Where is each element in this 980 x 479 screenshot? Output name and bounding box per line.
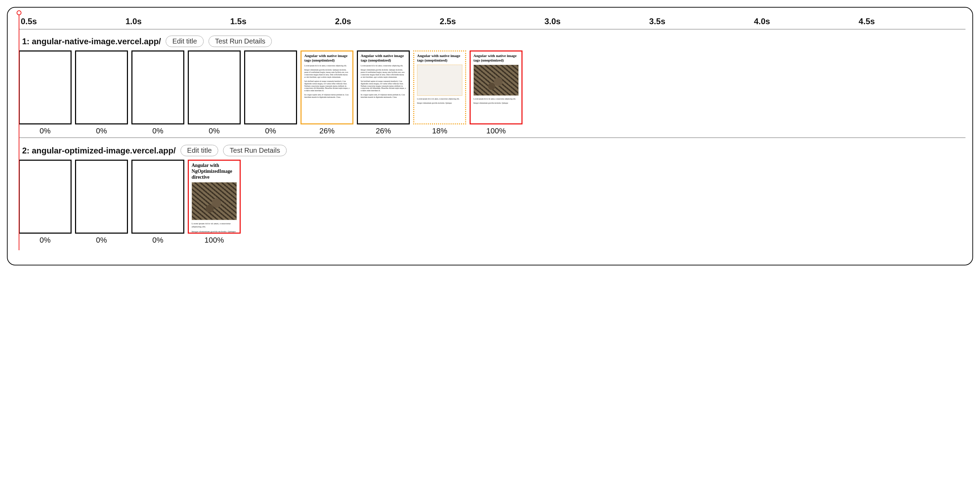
thumb-text: Integer elementum gravida molestie. Quis… — [361, 69, 406, 78]
frame-cell: Angular with native image tags (unoptimi… — [469, 51, 522, 135]
visual-complete-pct: 0% — [153, 236, 164, 245]
filmstrip-frame[interactable] — [188, 51, 241, 124]
run-header: 2: angular-optimized-image.vercel.app/ E… — [19, 144, 966, 160]
thumb-text: Lorem ipsum dolor sit amet, consectetur … — [417, 98, 462, 100]
frame-cell: 0% — [19, 160, 72, 245]
filmstrip-frame[interactable]: Angular with NgOptimizedImage directive … — [188, 160, 241, 234]
timeline-tick: 4.0s — [754, 17, 859, 26]
filmstrip-frame[interactable] — [75, 51, 128, 124]
thumb-title: Angular with native image tags (unoptimi… — [473, 54, 519, 63]
visual-complete-pct: 18% — [432, 127, 447, 135]
filmstrip-frame[interactable] — [131, 160, 184, 234]
frame-cell: 0% — [244, 51, 297, 135]
thumb-text: Lorem ipsum dolor sit amet, consectetur … — [192, 222, 237, 228]
thumb-title: Angular with native image tags (unoptimi… — [361, 54, 406, 63]
timeline-tick: 0.5s — [21, 17, 126, 26]
frame-cell: Angular with NgOptimizedImage directive … — [188, 160, 241, 245]
edit-title-button[interactable]: Edit title — [165, 36, 203, 47]
visual-complete-pct: 100% — [204, 236, 224, 245]
visual-complete-pct: 0% — [40, 236, 51, 245]
frame-cell: 0% — [75, 51, 128, 135]
run-title: 2: angular-optimized-image.vercel.app/ — [22, 146, 176, 155]
thumb-text: Lorem ipsum dolor sit amet, consectetur … — [304, 65, 350, 67]
filmstrip-panel: 0.5s 1.0s 1.5s 2.0s 2.5s 3.0s 3.5s 4.0s … — [7, 7, 973, 265]
thumb-title: Angular with NgOptimizedImage directive — [192, 163, 237, 180]
playhead-line — [19, 14, 19, 250]
thumb-text: Sed eleifend sapien sit neque venenatis … — [304, 80, 350, 92]
test-run-1: 1: angular-native-image.vercel.app/ Edit… — [19, 35, 966, 138]
thumb-text: Lorem ipsum dolor sit amet, consectetur … — [473, 98, 519, 100]
thumb-title: Angular with native image tags (unoptimi… — [417, 54, 462, 63]
timeline-container: 0.5s 1.0s 1.5s 2.0s 2.5s 3.0s 3.5s 4.0s … — [14, 12, 966, 245]
filmstrip-frame[interactable] — [19, 160, 72, 234]
frame-cell: 0% — [131, 160, 184, 245]
run-divider — [19, 138, 966, 138]
visual-complete-pct: 26% — [375, 127, 391, 135]
playhead-marker[interactable] — [17, 10, 21, 15]
filmstrip-frame[interactable] — [75, 160, 128, 234]
frame-cell: Angular with native image tags (unoptimi… — [301, 51, 353, 135]
thumb-text: Lorem ipsum dolor sit amet, consectetur … — [361, 65, 406, 67]
frame-cell: Angular with native image tags (unoptimi… — [357, 51, 410, 135]
frame-cell: 0% — [75, 160, 128, 245]
timeline-tick: 4.5s — [859, 17, 963, 26]
filmstrip-frame[interactable] — [244, 51, 297, 124]
timeline-tick: 1.5s — [230, 17, 335, 26]
run-title: 1: angular-native-image.vercel.app/ — [22, 36, 161, 46]
frame-cell: 0% — [131, 51, 184, 135]
visual-complete-pct: 0% — [96, 127, 107, 135]
visual-complete-pct: 0% — [265, 127, 276, 135]
frame-cell: 0% — [19, 51, 72, 135]
filmstrip-row: 0% 0% 0% 0% 0% Angular with native image… — [19, 51, 966, 135]
timeline-tick: 3.0s — [544, 17, 649, 26]
timeline-ruler: 0.5s 1.0s 1.5s 2.0s 2.5s 3.0s 3.5s 4.0s … — [19, 12, 966, 29]
thumb-title: Angular with native image tags (unoptimi… — [304, 54, 350, 63]
visual-complete-pct: 0% — [153, 127, 164, 135]
filmstrip-frame[interactable]: Angular with native image tags (unoptimi… — [301, 51, 353, 124]
filmstrip-frame[interactable] — [19, 51, 72, 124]
thumb-image — [473, 65, 519, 96]
frame-cell: 0% — [188, 51, 241, 135]
filmstrip-frame[interactable] — [131, 51, 184, 124]
visual-complete-pct: 100% — [486, 127, 506, 135]
thumb-text: Integer elementum gravida molestie. Quis… — [304, 69, 350, 78]
filmstrip-row: 0% 0% 0% Angular with NgOptimizedImage d… — [19, 160, 966, 245]
visual-complete-pct: 0% — [96, 236, 107, 245]
thumb-text: Integer elementum gravida molestie. Quis… — [473, 102, 519, 105]
run-header: 1: angular-native-image.vercel.app/ Edit… — [19, 35, 966, 51]
timeline-tick: 1.0s — [126, 17, 230, 26]
frame-cell: Angular with native image tags (unoptimi… — [413, 51, 466, 135]
filmstrip-frame[interactable]: Angular with native image tags (unoptimi… — [469, 51, 522, 124]
timeline-tick: 2.0s — [335, 17, 440, 26]
thumb-text: Sed eleifend sapien sit neque venenatis … — [361, 80, 406, 92]
test-run-2: 2: angular-optimized-image.vercel.app/ E… — [19, 144, 966, 245]
filmstrip-frame[interactable]: Angular with native image tags (unoptimi… — [357, 51, 410, 124]
timeline-tick: 2.5s — [440, 17, 545, 26]
visual-complete-pct: 0% — [40, 127, 51, 135]
edit-title-button[interactable]: Edit title — [180, 145, 218, 156]
thumb-image — [192, 182, 237, 220]
filmstrip-frame[interactable]: Angular with native image tags (unoptimi… — [413, 51, 466, 124]
thumb-text: Integer elementum gravida molestie. Quis… — [417, 102, 462, 105]
test-run-details-button[interactable]: Test Run Details — [208, 36, 272, 47]
thumb-text: In congue sapien sem, id vulputate metus… — [361, 94, 406, 98]
visual-complete-pct: 0% — [209, 127, 220, 135]
thumb-image-placeholder — [417, 65, 462, 96]
test-run-details-button[interactable]: Test Run Details — [223, 145, 287, 156]
thumb-text: In congue sapien sem, id vulputate metus… — [304, 94, 350, 98]
timeline-tick: 3.5s — [649, 17, 754, 26]
thumb-text: Integer elementum gravida molestie. Quis… — [192, 230, 237, 233]
visual-complete-pct: 26% — [319, 127, 334, 135]
